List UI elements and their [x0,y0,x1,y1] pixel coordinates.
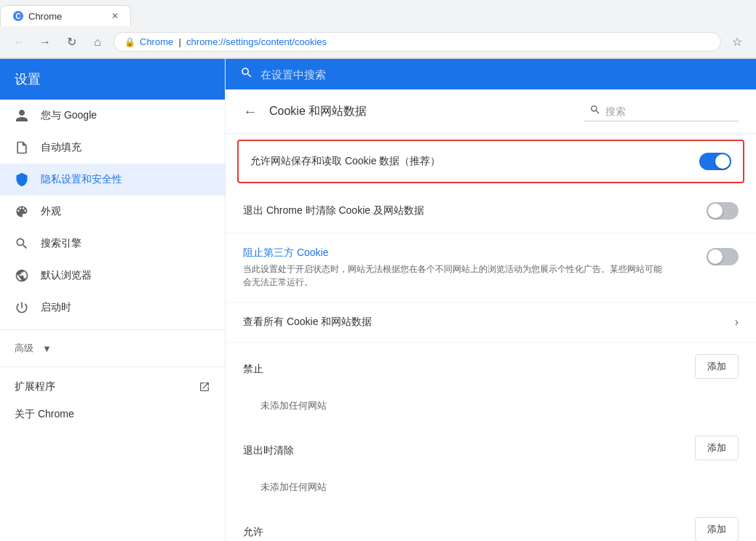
sidebar-item-appearance[interactable]: 外观 [0,196,225,228]
clear-on-exit-setting[interactable]: 退出 Chrome 时清除 Cookie 及网站数据 [226,189,756,233]
main-content: ← Cookie 和网站数据 允许网站保存和读取 Cookie 数据（推荐） [226,59,756,541]
sidebar-advanced[interactable]: 高级 ▼ [0,336,225,361]
power-icon [15,300,29,315]
sidebar-item-browser-label: 默认浏览器 [41,269,92,282]
block-third-party-title: 阻止第三方 Cookie [243,247,695,260]
bookmark-button[interactable]: ☆ [727,32,747,52]
search-icon [15,236,29,251]
sidebar-item-privacy[interactable]: 隐私设置和安全性 [0,164,225,196]
page-header: ← Cookie 和网站数据 [226,89,756,134]
clear-on-exit-empty-text: 未添加任何网站 [226,472,756,505]
clear-on-exit-section-header: 退出时清除 添加 [226,424,756,472]
page-back-button[interactable]: ← [243,103,258,120]
block-third-party-setting[interactable]: 阻止第三方 Cookie 当此设置处于开启状态时，网站无法根据您在各个不同网站上… [226,233,756,302]
toggle-block-third-party[interactable] [707,248,739,265]
sidebar-item-startup-label: 启动时 [41,301,71,314]
clear-on-exit-title: 退出 Chrome 时清除 Cookie 及网站数据 [243,204,695,217]
description-icon [15,140,29,155]
block-add-button[interactable]: 添加 [695,354,739,379]
sidebar-item-google[interactable]: 您与 Google [0,100,225,132]
browser-icon [15,268,29,283]
arrow-right-icon: › [735,316,739,329]
palette-icon [15,204,29,219]
sidebar-item-search[interactable]: 搜索引擎 [0,228,225,260]
clear-on-exit-add-button[interactable]: 添加 [695,436,739,460]
sidebar-title: 设置 [15,71,210,88]
sidebar-item-privacy-label: 隐私设置和安全性 [41,173,122,186]
search-bar-icon [240,66,253,82]
see-all-cookies-setting[interactable]: 查看所有 Cookie 和网站数据 › [226,302,756,342]
sidebar-item-appearance-label: 外观 [41,205,61,218]
block-section-header: 禁止 添加 [226,342,756,390]
address-prefix: Chrome [140,36,173,47]
settings-search-input[interactable] [260,68,741,81]
settings-search-bar [226,59,756,89]
tab-close-button[interactable]: ✕ [111,11,119,21]
page-search-box[interactable] [584,101,739,121]
allow-cookies-toggle[interactable] [699,153,731,170]
sidebar-divider [0,329,225,330]
about-label: 关于 Chrome [15,408,74,421]
sidebar-header: 设置 [0,59,225,100]
nav-bar: ← → ↻ ⌂ 🔒 Chrome | chrome://settings/con… [0,26,756,58]
forward-button[interactable]: → [35,32,55,52]
person-icon [15,108,29,123]
sidebar: 设置 您与 Google 自动填充 隐私设置和安全性 外观 [0,59,226,541]
settings-page: 设置 您与 Google 自动填充 隐私设置和安全性 外观 [0,59,756,541]
active-tab[interactable]: C Chrome ✕ [0,5,131,26]
reload-button[interactable]: ↻ [61,32,81,52]
toggle-allow-cookies[interactable] [699,153,731,170]
address-url: chrome://settings/content/cookies [186,36,327,47]
allow-cookies-title: 允许网站保存和读取 Cookie 数据（推荐） [250,155,688,168]
allow-cookies-text: 允许网站保存和读取 Cookie 数据（推荐） [250,155,688,168]
sidebar-item-browser[interactable]: 默认浏览器 [0,260,225,292]
sidebar-item-google-label: 您与 Google [41,109,97,122]
chevron-down-icon: ▼ [42,343,52,354]
block-section-title: 禁止 [243,351,695,382]
address-bar[interactable]: 🔒 Chrome | chrome://settings/content/coo… [114,32,721,52]
allow-cookies-row: 允许网站保存和读取 Cookie 数据（推荐） [239,141,743,182]
address-text: Chrome | chrome://settings/content/cooki… [140,36,327,47]
block-third-party-desc: 当此设置处于开启状态时，网站无法根据您在各个不同网站上的浏览活动为您展示个性化广… [243,263,665,289]
allow-cookies-setting[interactable]: 允许网站保存和读取 Cookie 数据（推荐） [237,140,744,183]
tab-title: Chrome [28,11,62,22]
allow-add-button[interactable]: 添加 [695,517,739,541]
allow-section-header: 允许 添加 [226,505,756,541]
tab-bar: C Chrome ✕ [0,0,756,26]
home-button[interactable]: ⌂ [87,32,108,52]
sidebar-item-search-label: 搜索引擎 [41,237,81,250]
see-all-cookies-title: 查看所有 Cookie 和网站数据 [243,316,723,329]
see-all-cookies-text: 查看所有 Cookie 和网站数据 [243,316,723,329]
sidebar-divider-2 [0,366,225,367]
page-search-input[interactable] [605,105,733,117]
sidebar-item-autofill[interactable]: 自动填充 [0,132,225,164]
toggle-clear-on-exit[interactable] [707,202,739,220]
sidebar-item-autofill-label: 自动填充 [41,141,81,154]
see-all-cookies-arrow: › [735,316,739,329]
back-button[interactable]: ← [9,32,29,52]
extensions-label: 扩展程序 [15,380,55,393]
clear-on-exit-toggle[interactable] [707,202,739,220]
shield-icon [15,172,29,187]
toggle-knob-2 [708,204,723,218]
clear-on-exit-text: 退出 Chrome 时清除 Cookie 及网站数据 [243,204,695,217]
clear-on-exit-section-title: 退出时清除 [243,433,695,463]
advanced-label: 高级 [15,342,33,355]
sidebar-item-extensions[interactable]: 扩展程序 [0,373,225,401]
page-search-icon [589,104,601,118]
external-link-icon [199,381,210,393]
sidebar-item-about[interactable]: 关于 Chrome [0,401,225,428]
block-third-party-toggle[interactable] [707,248,739,265]
sidebar-item-startup[interactable]: 启动时 [0,292,225,324]
page-title: Cookie 和网站数据 [269,104,584,119]
toggle-knob-3 [708,249,723,264]
tab-favicon: C [12,10,24,22]
allow-section-title: 允许 [243,514,695,541]
svg-text:C: C [15,12,20,20]
block-third-party-text: 阻止第三方 Cookie 当此设置处于开启状态时，网站无法根据您在各个不同网站上… [243,247,695,289]
browser-chrome: C Chrome ✕ ← → ↻ ⌂ 🔒 Chrome | chrome://s… [0,0,756,59]
block-empty-text: 未添加任何网站 [226,390,756,424]
lock-icon: 🔒 [124,37,135,47]
toggle-knob [715,154,730,169]
